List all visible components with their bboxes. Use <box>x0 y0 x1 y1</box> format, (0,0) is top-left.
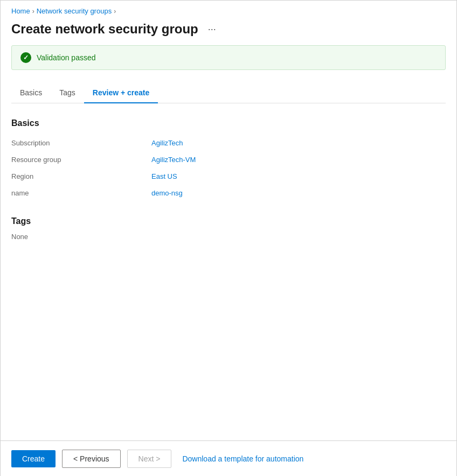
tab-tags[interactable]: Tags <box>51 83 84 103</box>
main-content: Validation passed Basics Tags Review + c… <box>1 45 456 440</box>
validation-success-icon <box>20 52 31 63</box>
resource-group-label: Resource group <box>11 153 151 166</box>
basics-section: Basics Subscription AgilizTech Resource … <box>11 118 446 199</box>
tabs-container: Basics Tags Review + create <box>11 83 446 103</box>
breadcrumb-separator-2: › <box>114 8 116 15</box>
page-header: Create network security group ··· <box>1 18 456 45</box>
ellipsis-button[interactable]: ··· <box>205 23 219 36</box>
page-wrapper: Home › Network security groups › Create … <box>1 1 456 476</box>
validation-banner: Validation passed <box>11 45 446 70</box>
name-value: demo-nsg <box>151 187 446 199</box>
region-value: East US <box>151 170 446 183</box>
tab-basics[interactable]: Basics <box>11 83 51 103</box>
tab-review-create[interactable]: Review + create <box>84 83 158 103</box>
tags-none-value: None <box>11 233 446 241</box>
create-button[interactable]: Create <box>11 450 56 467</box>
resource-group-value: AgilizTech-VM <box>151 153 446 166</box>
previous-button[interactable]: < Previous <box>62 450 121 468</box>
breadcrumb-network-security-groups[interactable]: Network security groups <box>37 7 112 15</box>
subscription-value: AgilizTech <box>151 137 446 149</box>
tags-section-title: Tags <box>11 216 446 226</box>
footer: Create < Previous Next > Download a temp… <box>1 440 456 476</box>
download-template-link[interactable]: Download a template for automation <box>182 454 303 463</box>
region-label: Region <box>11 170 151 183</box>
next-button: Next > <box>127 450 172 468</box>
validation-text: Validation passed <box>37 53 95 62</box>
breadcrumb-home[interactable]: Home <box>11 7 30 15</box>
basics-section-title: Basics <box>11 118 446 128</box>
name-label: name <box>11 187 151 199</box>
breadcrumb: Home › Network security groups › <box>1 1 456 18</box>
basics-info-grid: Subscription AgilizTech Resource group A… <box>11 137 446 199</box>
tags-section: Tags None <box>11 216 446 241</box>
page-title: Create network security group <box>11 22 198 37</box>
subscription-label: Subscription <box>11 137 151 149</box>
breadcrumb-separator-1: › <box>32 8 34 15</box>
